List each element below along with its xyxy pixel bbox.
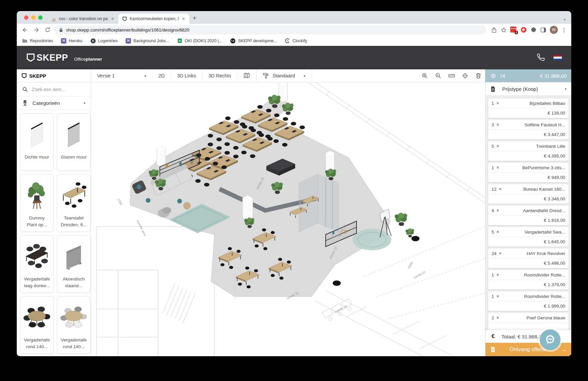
plant[interactable] — [395, 213, 407, 226]
share-icon[interactable] — [491, 27, 497, 33]
view-3d-right-button[interactable]: 3D Rechts — [202, 69, 238, 82]
heroku-icon: H — [126, 38, 131, 44]
product-label: Vergadertaferond 140... — [61, 337, 86, 351]
bookmark-oki-doki[interactable]: OKI (DOKI) 2020 |... — [177, 38, 222, 43]
remove-item-icon[interactable]: × — [497, 208, 499, 213]
bookmark-heroku[interactable]: H Heroku — [61, 38, 82, 44]
delete-trash-button[interactable] — [472, 69, 485, 82]
minimize-window-button[interactable] — [31, 15, 36, 20]
fullscreen-window-button[interactable] — [38, 15, 43, 20]
item-qty[interactable]: 1 — [492, 294, 494, 299]
price-type-dropdown[interactable]: Prijstype (Koop) ▾ — [485, 82, 571, 96]
product-label: TeamtafelDresden, 6... — [61, 215, 86, 229]
product-tile-glazen-muur[interactable]: Glazen muur — [57, 113, 90, 171]
product-tile-dichte-muur[interactable]: Dichte muur — [20, 113, 54, 171]
pillar — [279, 82, 287, 102]
address-bar[interactable]: shop.skepp.com/nl/officeplanner/building… — [54, 25, 486, 35]
cart-item: 24×HAY Kruk Revolver € 5.496,00 — [488, 249, 569, 268]
map-view-button[interactable] — [238, 69, 257, 82]
tab-skepp-active[interactable]: Kantoormeubelen kopen, huren × — [118, 14, 189, 24]
remove-item-icon[interactable]: × — [497, 294, 499, 299]
tab-search-chevron-icon[interactable]: ⌄ — [563, 16, 567, 21]
product-tile-teamtafel[interactable]: TeamtafelDresden, 6... — [57, 174, 90, 232]
remove-item-icon[interactable]: × — [497, 315, 499, 320]
canvas-tools — [418, 69, 485, 82]
floorplan-canvas[interactable]: ruimte 24 ruimte 23 ruimte 22 ruimte 21 … — [91, 82, 485, 356]
phone-icon[interactable] — [537, 54, 545, 62]
remove-item-icon[interactable]: × — [497, 165, 499, 170]
zoom-in-button[interactable] — [418, 69, 432, 82]
item-qty[interactable]: 5 — [492, 230, 494, 235]
pouf[interactable] — [146, 198, 150, 203]
measure-ruler-button[interactable] — [445, 69, 458, 82]
product-label: Vergadertaferond 140... — [24, 337, 50, 351]
close-tab-icon[interactable]: × — [181, 16, 186, 21]
view-3d-left-button[interactable]: 3D Links — [171, 69, 202, 82]
plant[interactable] — [282, 103, 294, 115]
remove-item-icon[interactable]: × — [499, 251, 502, 256]
remove-item-icon[interactable]: × — [497, 122, 499, 127]
profile-avatar[interactable]: W — [550, 26, 558, 34]
tab-stackoverflow[interactable]: css - color transition on page l × — [47, 14, 118, 24]
item-name: Aanlandtafel Dresd... — [523, 208, 565, 213]
side-table[interactable] — [184, 202, 190, 209]
zoom-out-button[interactable] — [432, 69, 445, 82]
chat-widget-button[interactable] — [540, 329, 561, 350]
item-qty[interactable]: 5 — [492, 144, 494, 149]
categories-dropdown[interactable]: Categorieën ▾ — [17, 97, 91, 110]
remove-item-icon[interactable]: × — [497, 143, 499, 149]
adblock-icon[interactable] — [520, 26, 527, 33]
github-icon — [230, 38, 236, 44]
bookmark-repositories[interactable]: Repositories — [22, 39, 53, 43]
remove-item-icon[interactable]: × — [497, 229, 499, 235]
close-tab-icon[interactable]: × — [110, 16, 115, 21]
cart-summary[interactable]: 74 € 31.868,00 — [485, 69, 571, 82]
center-target-button[interactable] — [458, 69, 472, 82]
remove-item-icon[interactable]: × — [497, 101, 499, 106]
item-qty[interactable]: 4 — [492, 208, 494, 213]
product-tile-dummy-plant[interactable]: DummyPlant op... — [20, 174, 54, 232]
item-qty[interactable]: 24 — [492, 251, 497, 256]
cart-item: 12×Bureau Kassel 160... € 3.348,00 — [488, 184, 569, 204]
product-tile-vergadertafel-rond-donker[interactable]: Vergadertaferond 140... — [20, 296, 54, 354]
remove-item-icon[interactable]: × — [499, 186, 502, 192]
view-2d-button[interactable]: 2D — [152, 69, 171, 82]
new-tab-button[interactable]: + — [189, 14, 200, 24]
item-qty[interactable]: 2 — [492, 315, 494, 320]
back-button[interactable] — [20, 25, 29, 35]
item-qty[interactable]: 1 — [492, 272, 494, 277]
item-qty[interactable]: 12 — [492, 187, 497, 192]
product-tile-akoestisch[interactable]: Akoestischstaand... — [57, 235, 90, 293]
forward-button[interactable] — [31, 25, 41, 35]
product-tile-vergadertafel-laag[interactable]: Vergadertafelaag donke... — [20, 235, 54, 293]
skepp-shield-icon — [26, 53, 35, 62]
version-dropdown[interactable]: Versie 1 ▾ — [91, 69, 152, 82]
search-input[interactable] — [32, 87, 82, 92]
product-tile-vergadertafel-rond-wit[interactable]: Vergadertaferond 140... — [57, 296, 90, 354]
arrow-right-icon: → — [561, 346, 567, 353]
language-flag-nl[interactable] — [553, 55, 562, 61]
item-qty[interactable]: 3 — [492, 122, 494, 127]
extensions-puzzle-icon[interactable] — [530, 27, 537, 33]
close-window-button[interactable] — [24, 15, 28, 20]
item-qty[interactable]: 1 — [492, 165, 494, 170]
style-dropdown[interactable]: Standaard ▾ — [257, 69, 312, 82]
side-table[interactable] — [177, 199, 182, 203]
extension-icon[interactable]: 4 — [510, 26, 517, 33]
pouf[interactable] — [333, 280, 341, 286]
rug-round[interactable] — [352, 229, 391, 250]
bookmark-clockify[interactable]: Clockify — [285, 38, 307, 43]
bookmark-star-icon[interactable] — [501, 27, 507, 33]
pouf[interactable] — [411, 236, 419, 241]
plant[interactable] — [405, 229, 414, 238]
bookmark-logentries[interactable]: Logentries — [90, 38, 118, 44]
bookmark-skepp-dev[interactable]: SKEPP developme... — [230, 38, 277, 44]
cart-total-label: Totaal: € 31.868,00 — [501, 334, 544, 339]
remove-item-icon[interactable]: × — [497, 272, 499, 277]
reload-button[interactable] — [43, 25, 52, 35]
item-qty[interactable]: 1 — [492, 101, 494, 106]
browser-menu-kebab-icon[interactable]: ⋮ — [561, 27, 567, 33]
bookmark-background-jobs[interactable]: H Background Jobs... — [126, 38, 169, 44]
cart-item: 5×Vergadertafel Swa... € 1.645,00 — [488, 227, 569, 247]
side-panel-icon[interactable] — [540, 27, 546, 33]
